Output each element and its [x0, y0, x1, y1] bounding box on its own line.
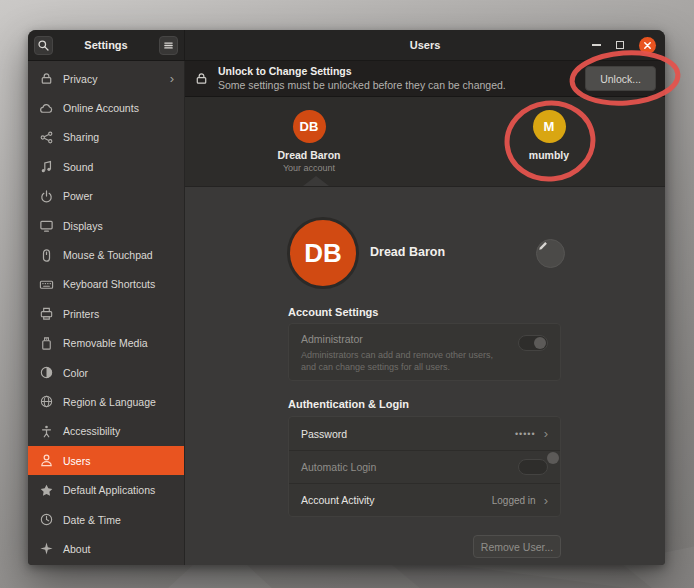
section-title-account-settings: Account Settings — [288, 306, 378, 318]
section-title-authentication: Authentication & Login — [288, 398, 409, 410]
sidebar-item-accessibility[interactable]: Accessibility — [28, 417, 184, 446]
account-activity-label: Account Activity — [301, 494, 375, 506]
accessibility-icon — [38, 423, 54, 439]
minimize-button[interactable] — [592, 44, 601, 46]
sidebar-item-removable-media[interactable]: Removable Media — [28, 329, 184, 358]
sparkle-icon — [38, 541, 54, 557]
sidebar-item-printers[interactable]: Printers — [28, 299, 184, 328]
sidebar-item-users[interactable]: Users — [28, 446, 184, 475]
sidebar-item-power[interactable]: Power — [28, 182, 184, 211]
avatar: M — [533, 110, 566, 143]
toggle-knob — [534, 337, 546, 349]
sidebar-item-online-accounts[interactable]: Online Accounts — [28, 93, 184, 122]
sidebar-item-about[interactable]: About — [28, 534, 184, 563]
profile-name: Dread Baron — [370, 245, 445, 259]
sidebar-item-label: Privacy — [63, 73, 97, 85]
media-icon — [38, 335, 54, 351]
administrator-description: Administrators can add and remove other … — [301, 349, 496, 373]
search-button[interactable] — [34, 36, 53, 55]
sidebar-item-label: Mouse & Touchpad — [63, 249, 153, 261]
password-row[interactable]: Password ••••• › — [289, 417, 560, 450]
monitor-icon — [38, 218, 54, 234]
account-settings-card: Administrator Administrators can add and… — [288, 323, 561, 381]
authentication-card: Password ••••• › Automatic Login Acco — [288, 416, 561, 517]
close-button[interactable] — [639, 37, 656, 54]
automatic-login-row: Automatic Login — [289, 450, 560, 483]
administrator-label: Administrator — [301, 333, 548, 345]
automatic-login-toggle[interactable] — [518, 459, 548, 475]
sidebar-item-label: Users — [63, 455, 90, 467]
sidebar-item-label: Sound — [63, 161, 93, 173]
speaker-note-icon — [38, 159, 54, 175]
main-header: Users — [185, 30, 665, 60]
sidebar-item-label: Printers — [63, 308, 99, 320]
sidebar-item-mouse-touchpad[interactable]: Mouse & Touchpad — [28, 240, 184, 269]
sidebar-item-default-applications[interactable]: Default Applications — [28, 475, 184, 504]
user-name: mumbly — [529, 149, 569, 161]
carousel-user-dread-baron[interactable]: DB Dread Baron Your account — [254, 110, 364, 173]
sidebar-item-label: Sharing — [63, 131, 99, 143]
sidebar-item-label: Removable Media — [63, 337, 148, 349]
unlock-infobar: Unlock to Change Settings Some settings … — [185, 61, 665, 97]
automatic-login-label: Automatic Login — [301, 461, 376, 473]
printer-icon — [38, 306, 54, 322]
administrator-toggle[interactable] — [518, 335, 548, 351]
mouse-icon — [38, 247, 54, 263]
close-icon — [643, 41, 652, 50]
sidebar-item-label: Power — [63, 190, 93, 202]
infobar-subtitle: Some settings must be unlocked before th… — [218, 79, 506, 92]
password-label: Password — [301, 428, 347, 440]
sidebar-item-region-language[interactable]: Region & Language — [28, 387, 184, 416]
toggle-knob — [547, 452, 559, 464]
infobar-title: Unlock to Change Settings — [218, 65, 506, 78]
remove-user-button[interactable]: Remove User... — [473, 535, 561, 558]
sidebar-item-color[interactable]: Color — [28, 358, 184, 387]
page-title: Users — [410, 39, 441, 51]
maximize-button[interactable] — [616, 41, 624, 49]
person-icon — [38, 453, 54, 469]
window-controls — [592, 30, 656, 60]
user-subtitle: Your account — [283, 163, 335, 173]
app-title: Settings — [84, 39, 127, 51]
pencil-icon — [537, 240, 564, 252]
lock-icon — [38, 71, 54, 87]
sidebar-item-label: Default Applications — [63, 484, 155, 496]
sidebar-item-date-time[interactable]: Date & Time — [28, 505, 184, 534]
sidebar-item-sharing[interactable]: Sharing — [28, 123, 184, 152]
sidebar-item-label: Keyboard Shortcuts — [63, 278, 155, 290]
profile-avatar[interactable]: DB — [287, 217, 359, 289]
carousel-user-mumbly[interactable]: M mumbly — [494, 110, 604, 161]
sidebar-item-privacy[interactable]: Privacy › — [28, 64, 184, 93]
edit-name-button[interactable] — [536, 239, 565, 268]
account-activity-row[interactable]: Account Activity Logged in › — [289, 483, 560, 516]
sidebar-item-label: Color — [63, 367, 88, 379]
sidebar-item-sound[interactable]: Sound — [28, 152, 184, 181]
account-activity-value: Logged in — [492, 495, 536, 506]
sidebar-item-displays[interactable]: Displays — [28, 211, 184, 240]
password-value: ••••• — [515, 429, 536, 439]
share-icon — [38, 129, 54, 145]
selected-user-arrow — [303, 176, 329, 186]
sidebar-item-keyboard-shortcuts[interactable]: Keyboard Shortcuts — [28, 270, 184, 299]
user-name: Dread Baron — [277, 149, 340, 161]
menu-button[interactable] — [159, 36, 178, 55]
user-detail: DB Dread Baron Account Settings Administ… — [185, 187, 665, 565]
star-icon — [38, 482, 54, 498]
sidebar-item-label: Date & Time — [63, 514, 121, 526]
sidebar-item-label: Region & Language — [63, 396, 156, 408]
hamburger-menu-icon — [162, 39, 175, 52]
unlock-button[interactable]: Unlock... — [585, 66, 656, 91]
clock-icon — [38, 512, 54, 528]
sidebar-item-label: About — [63, 543, 90, 555]
avatar: DB — [293, 110, 326, 143]
sidebar-item-label: Displays — [63, 220, 103, 232]
sidebar-item-label: Online Accounts — [63, 102, 139, 114]
keyboard-icon — [38, 276, 54, 292]
globe-icon — [38, 394, 54, 410]
user-carousel: DB Dread Baron Your account M mumbly — [185, 97, 665, 187]
chevron-right-icon: › — [544, 494, 548, 507]
chevron-right-icon: › — [170, 72, 174, 85]
sidebar: Privacy › Online Accounts Sharing — [28, 61, 185, 565]
cloud-icon — [38, 100, 54, 116]
power-icon — [38, 188, 54, 204]
